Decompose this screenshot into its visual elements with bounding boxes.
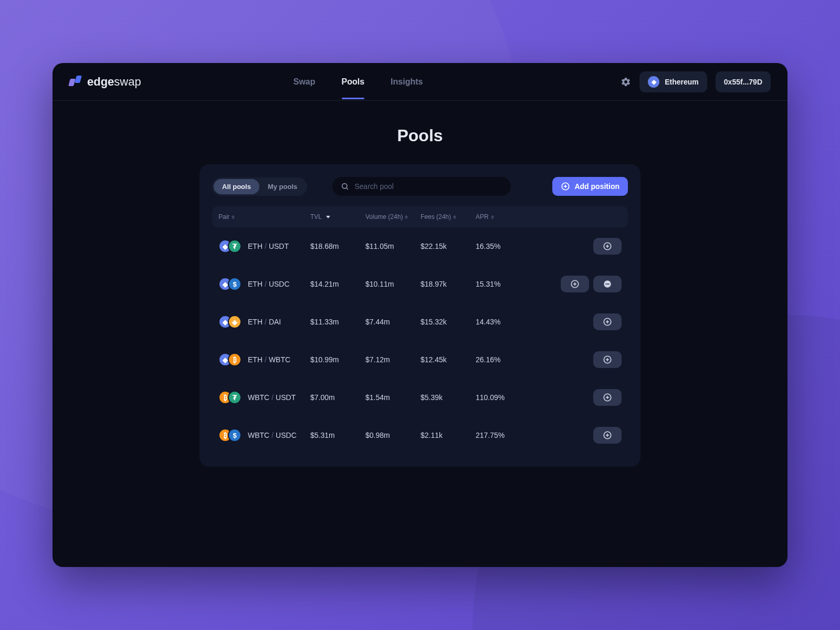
- svg-rect-12: [605, 284, 610, 285]
- remove-liquidity-button[interactable]: [593, 276, 622, 292]
- volume-value: $10.11m: [365, 280, 421, 288]
- topbar-right: ◆ Ethereum 0x55f...79D: [621, 71, 771, 92]
- table-row[interactable]: ◆ ₮ ETH/USDT $18.68m $11.05m $22.15k 16.…: [212, 227, 628, 265]
- add-liquidity-button[interactable]: [561, 276, 589, 292]
- col-pair[interactable]: Pair: [218, 213, 310, 220]
- pair-icons: ◆ ₮: [218, 239, 242, 253]
- card-header: All poolsMy pools Add position: [212, 177, 628, 196]
- add-position-label: Add position: [574, 182, 620, 191]
- network-label: Ethereum: [665, 78, 699, 86]
- add-liquidity-button[interactable]: [593, 351, 622, 368]
- pair-cell: ₿ ₮ WBTC/USDT: [218, 391, 310, 404]
- pool-filter-tabs: All poolsMy pools: [212, 177, 307, 196]
- row-actions: [539, 427, 622, 444]
- filter-tab-all-pools[interactable]: All pools: [214, 179, 259, 194]
- plus-circle-icon: [603, 242, 612, 251]
- apr-value: 217.75%: [476, 431, 539, 439]
- page-title: Pools: [52, 126, 788, 145]
- fees-value: $22.15k: [421, 242, 476, 250]
- add-liquidity-button[interactable]: [593, 238, 622, 255]
- row-actions: [539, 238, 622, 255]
- app-window: edgeswap SwapPoolsInsights ◆ Ethereum 0x…: [52, 63, 788, 567]
- pools-table: Pair TVL Volume (24h) Fees (24h) APR ◆ ₮…: [212, 206, 628, 454]
- pair-name: WBTC/USDC: [248, 431, 297, 439]
- chevron-down-icon: [326, 216, 330, 218]
- token-icon-usdc: $: [228, 277, 242, 291]
- token-icon-dai: ◈: [228, 315, 242, 329]
- pools-card: All poolsMy pools Add position Pair TVL …: [200, 164, 640, 467]
- nav-item-insights[interactable]: Insights: [391, 65, 423, 99]
- add-liquidity-button[interactable]: [593, 427, 622, 444]
- token-icon-usdc: $: [228, 428, 242, 442]
- token-icon-usdt: ₮: [228, 391, 242, 404]
- add-liquidity-button[interactable]: [593, 389, 622, 406]
- sort-icon: [491, 215, 494, 219]
- plus-circle-icon: [603, 355, 612, 364]
- brand-logo-icon: [69, 76, 82, 88]
- col-volume[interactable]: Volume (24h): [365, 213, 421, 220]
- tvl-value: $10.99m: [310, 355, 365, 364]
- token-icon-usdt: ₮: [228, 239, 242, 253]
- search-input[interactable]: [354, 182, 502, 191]
- volume-value: $7.12m: [365, 355, 421, 364]
- plus-circle-icon: [561, 182, 570, 191]
- sort-icon: [405, 215, 408, 219]
- pair-cell: ◆ ₿ ETH/WBTC: [218, 353, 310, 366]
- table-row[interactable]: ₿ ₮ WBTC/USDT $7.00m $1.54m $5.39k 110.0…: [212, 379, 628, 416]
- table-row[interactable]: ◆ ◈ ETH/DAI $11.33m $7.44m $15.32k 14.43…: [212, 303, 628, 341]
- wallet-address: 0x55f...79D: [724, 78, 762, 86]
- pair-name: WBTC/USDT: [248, 393, 296, 402]
- pair-cell: ◆ ◈ ETH/DAI: [218, 315, 310, 329]
- pair-cell: ₿ $ WBTC/USDC: [218, 428, 310, 442]
- sort-icon: [453, 215, 456, 219]
- volume-value: $11.05m: [365, 242, 421, 250]
- ethereum-icon: ◆: [648, 76, 659, 88]
- network-selector[interactable]: ◆ Ethereum: [639, 71, 707, 92]
- nav-item-swap[interactable]: Swap: [293, 65, 316, 99]
- col-apr[interactable]: APR: [476, 213, 539, 220]
- plus-circle-icon: [603, 393, 612, 402]
- pair-name: ETH/USDC: [248, 280, 290, 288]
- table-row[interactable]: ◆ ₿ ETH/WBTC $10.99m $7.12m $12.45k 26.1…: [212, 341, 628, 379]
- wallet-button[interactable]: 0x55f...79D: [716, 71, 771, 92]
- svg-line-1: [346, 188, 348, 190]
- fees-value: $15.32k: [421, 318, 476, 326]
- pair-icons: ₿ $: [218, 428, 242, 442]
- pair-cell: ◆ ₮ ETH/USDT: [218, 239, 310, 253]
- add-position-button[interactable]: Add position: [552, 177, 628, 196]
- volume-value: $0.98m: [365, 431, 421, 439]
- plus-circle-icon: [603, 430, 612, 440]
- row-actions: [539, 276, 622, 292]
- pair-icons: ◆ $: [218, 277, 242, 291]
- tvl-value: $11.33m: [310, 318, 365, 326]
- apr-value: 26.16%: [476, 355, 539, 364]
- add-liquidity-button[interactable]: [593, 313, 622, 330]
- volume-value: $1.54m: [365, 393, 421, 402]
- table-row[interactable]: ₿ $ WBTC/USDC $5.31m $0.98m $2.11k 217.7…: [212, 416, 628, 454]
- search-icon: [341, 182, 349, 191]
- pair-name: ETH/DAI: [248, 318, 281, 326]
- tvl-value: $7.00m: [310, 393, 365, 402]
- search-field[interactable]: [332, 177, 511, 196]
- plus-circle-icon: [570, 279, 580, 289]
- table-header: Pair TVL Volume (24h) Fees (24h) APR: [212, 206, 628, 227]
- plus-circle-icon: [603, 317, 612, 327]
- pair-name: ETH/WBTC: [248, 355, 290, 364]
- filter-tab-my-pools[interactable]: My pools: [259, 179, 306, 194]
- settings-icon[interactable]: [621, 77, 631, 87]
- volume-value: $7.44m: [365, 318, 421, 326]
- row-actions: [539, 313, 622, 330]
- apr-value: 15.31%: [476, 280, 539, 288]
- pair-icons: ◆ ◈: [218, 315, 242, 329]
- pair-icons: ₿ ₮: [218, 391, 242, 404]
- nav-item-pools[interactable]: Pools: [342, 65, 365, 99]
- table-row[interactable]: ◆ $ ETH/USDC $14.21m $10.11m $18.97k 15.…: [212, 265, 628, 303]
- sort-icon: [232, 215, 235, 219]
- brand-name: edgeswap: [87, 75, 141, 89]
- col-fees[interactable]: Fees (24h): [421, 213, 476, 220]
- col-tvl[interactable]: TVL: [310, 213, 365, 220]
- main-nav: SwapPoolsInsights: [293, 65, 423, 99]
- fees-value: $2.11k: [421, 431, 476, 439]
- brand: edgeswap: [69, 75, 141, 89]
- pair-icons: ◆ ₿: [218, 353, 242, 366]
